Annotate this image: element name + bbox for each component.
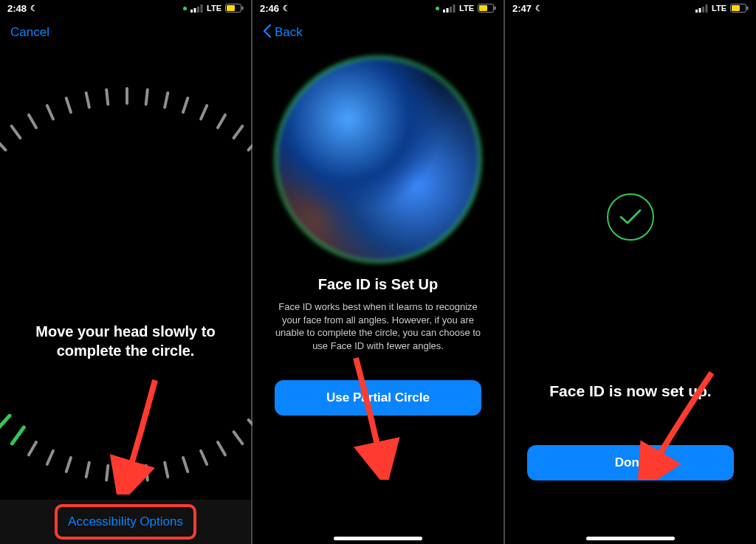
svg-rect-13	[495, 7, 496, 10]
cellular-signal-icon	[695, 4, 708, 13]
svg-rect-14	[695, 10, 698, 13]
annotation-arrow-icon	[103, 376, 170, 495]
screen-face-id-done: 2:47 ☾ LTE Face ID is now set up. Done	[505, 0, 756, 544]
home-indicator[interactable]	[586, 537, 675, 540]
scan-instruction-text: Move your head slowly to complete the ci…	[0, 322, 251, 360]
face-preview-circle	[275, 56, 481, 263]
setup-description: Face ID works best when it learns to rec…	[252, 300, 504, 352]
svg-rect-5	[227, 5, 235, 11]
do-not-disturb-icon: ☾	[30, 4, 38, 13]
cellular-signal-icon	[443, 4, 456, 13]
status-bar: 2:48 ☾ LTE	[0, 0, 251, 16]
svg-rect-19	[732, 5, 740, 11]
svg-rect-17	[706, 4, 708, 13]
status-time: 2:46	[260, 3, 279, 14]
status-time: 2:47	[512, 3, 532, 14]
do-not-disturb-icon: ☾	[283, 4, 290, 13]
success-checkmark-icon	[607, 193, 654, 241]
cellular-signal-icon	[190, 4, 203, 13]
status-time: 2:48	[7, 3, 27, 14]
camera-indicator-icon	[183, 7, 187, 10]
face-scan-progress-circle	[22, 78, 229, 285]
screen-face-id-scan: 2:48 ☾ LTE Cancel Move your head slowly …	[0, 0, 251, 544]
svg-rect-10	[453, 4, 456, 13]
svg-rect-12	[479, 5, 487, 11]
svg-rect-15	[699, 8, 701, 13]
battery-icon	[478, 4, 496, 13]
cancel-button[interactable]: Cancel	[10, 25, 49, 40]
camera-indicator-icon	[436, 7, 439, 10]
back-chevron-icon[interactable]	[263, 24, 272, 41]
network-label: LTE	[207, 4, 221, 13]
svg-rect-8	[447, 8, 449, 13]
svg-rect-20	[747, 7, 749, 10]
screen-face-id-partial: 2:46 ☾ LTE Back Face ID is Set Up Face I…	[252, 0, 504, 544]
svg-rect-1	[194, 8, 196, 13]
network-label: LTE	[459, 4, 474, 13]
setup-title: Face ID is Set Up	[252, 276, 504, 293]
svg-rect-0	[190, 10, 193, 13]
svg-rect-9	[450, 7, 452, 13]
footer-bar: Accessibility Options	[0, 500, 251, 544]
network-label: LTE	[712, 4, 726, 13]
do-not-disturb-icon: ☾	[535, 4, 543, 13]
svg-rect-6	[242, 7, 244, 10]
battery-icon	[225, 4, 244, 13]
annotation-arrow-icon	[310, 362, 384, 472]
battery-icon	[730, 4, 749, 13]
home-indicator[interactable]	[334, 537, 422, 540]
done-title: Face ID is now set up.	[505, 381, 756, 401]
done-button[interactable]: Done	[527, 445, 734, 481]
nav-bar: Cancel	[0, 16, 251, 49]
use-partial-circle-button[interactable]: Use Partial Circle	[275, 380, 481, 416]
svg-rect-3	[201, 4, 203, 13]
status-bar: 2:46 ☾ LTE	[252, 0, 504, 16]
nav-bar: Back	[252, 16, 504, 49]
annotation-arrow-icon	[326, 354, 408, 480]
accessibility-options-button[interactable]: Accessibility Options	[55, 504, 196, 540]
svg-rect-16	[702, 7, 704, 13]
back-button[interactable]: Back	[275, 25, 303, 40]
svg-rect-7	[443, 10, 445, 13]
status-bar: 2:47 ☾ LTE	[505, 0, 756, 16]
svg-rect-2	[197, 7, 199, 13]
